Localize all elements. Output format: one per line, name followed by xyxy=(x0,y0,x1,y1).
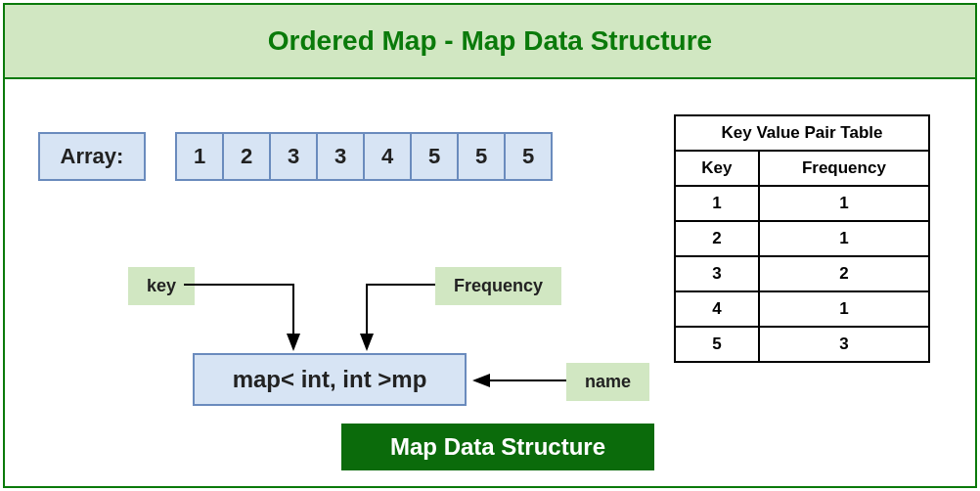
bottom-label: Map Data Structure xyxy=(341,424,654,470)
map-declaration: map< int, int >mp xyxy=(193,353,467,406)
annotation-name: name xyxy=(566,363,649,401)
table-title: Key Value Pair Table xyxy=(675,115,929,151)
table-row: 5 3 xyxy=(675,327,929,362)
table-cell-freq: 1 xyxy=(759,186,929,221)
table-row: 2 1 xyxy=(675,221,929,256)
array-label: Array: xyxy=(38,132,146,181)
table-cell-key: 4 xyxy=(675,291,759,327)
page-title: Ordered Map - Map Data Structure xyxy=(5,5,975,79)
array-cell: 1 xyxy=(175,132,224,181)
table-header-frequency: Frequency xyxy=(759,151,929,186)
table-cell-freq: 1 xyxy=(759,221,929,256)
table-row: 3 2 xyxy=(675,256,929,291)
annotation-key: key xyxy=(128,267,195,305)
array-cell: 5 xyxy=(410,132,459,181)
table-cell-key: 2 xyxy=(675,221,759,256)
array-cell: 3 xyxy=(269,132,318,181)
diagram-content: Array: 1 2 3 3 4 5 5 5 key Frequency nam… xyxy=(5,79,975,486)
diagram-container: Ordered Map - Map Data Structure Array: … xyxy=(3,3,977,488)
array-cell: 4 xyxy=(363,132,412,181)
array-cell: 3 xyxy=(316,132,365,181)
array-cell: 2 xyxy=(222,132,271,181)
table-row: 4 1 xyxy=(675,291,929,327)
key-value-table: Key Value Pair Table Key Frequency 1 1 2… xyxy=(674,114,930,363)
table-row: 1 1 xyxy=(675,186,929,221)
array-cell: 5 xyxy=(457,132,506,181)
array-cell: 5 xyxy=(504,132,553,181)
table-cell-key: 5 xyxy=(675,327,759,362)
table-header-row: Key Frequency xyxy=(675,151,929,186)
table-cell-freq: 3 xyxy=(759,327,929,362)
table-cell-key: 3 xyxy=(675,256,759,291)
table-title-row: Key Value Pair Table xyxy=(675,115,929,151)
array-cells: 1 2 3 3 4 5 5 5 xyxy=(175,132,553,181)
annotation-frequency: Frequency xyxy=(435,267,561,305)
table-cell-freq: 2 xyxy=(759,256,929,291)
table-cell-key: 1 xyxy=(675,186,759,221)
table-cell-freq: 1 xyxy=(759,291,929,327)
table-header-key: Key xyxy=(675,151,759,186)
